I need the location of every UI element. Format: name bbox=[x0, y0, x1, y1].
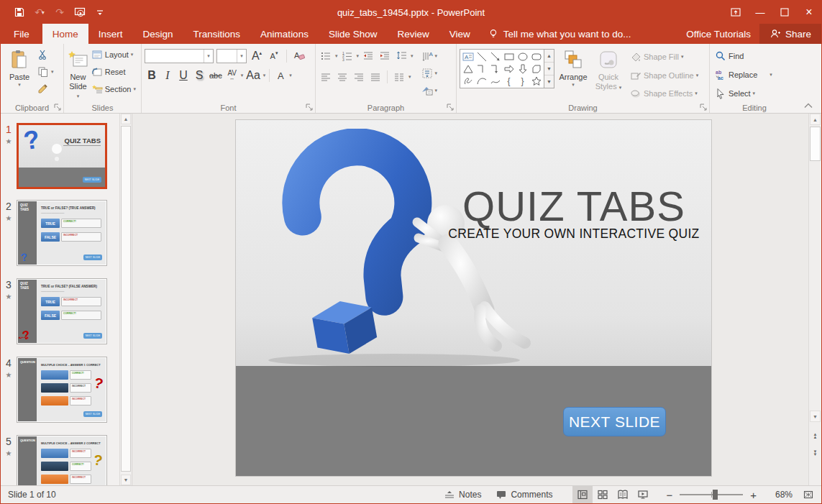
shape-rounded-rectangle[interactable] bbox=[529, 50, 543, 63]
increase-indent-button[interactable] bbox=[378, 48, 392, 64]
maximize-button[interactable] bbox=[772, 1, 797, 24]
start-from-beginning-button[interactable] bbox=[71, 4, 88, 21]
shape-gallery-scrollbar[interactable]: ▲ ▼ ▼ bbox=[544, 49, 554, 88]
shape-fill-button[interactable]: Shape Fill▾ bbox=[628, 49, 700, 65]
slide-editing-surface[interactable]: QUIZ TABS CREATE YOUR OWN INTERACTIVE QU… bbox=[236, 120, 711, 476]
zoom-level[interactable]: 68% bbox=[765, 490, 793, 500]
thumbnail-slide-3[interactable]: QUIZ TABS TRUE or FALSE? (FALSE ANSWER) … bbox=[17, 278, 107, 344]
arrange-button[interactable]: Arrange ▾ bbox=[554, 47, 592, 101]
cut-button[interactable] bbox=[35, 47, 56, 63]
shape-snip-corner[interactable] bbox=[529, 63, 543, 75]
bullets-button[interactable] bbox=[319, 48, 333, 64]
character-spacing-button[interactable]: AV ↔ bbox=[225, 68, 239, 83]
slide-sorter-view-button[interactable] bbox=[593, 486, 613, 503]
shape-effects-button[interactable]: Shape Effects▾ bbox=[628, 86, 700, 101]
font-size-combobox[interactable]: ▾ bbox=[216, 49, 247, 63]
shape-triangle[interactable] bbox=[461, 63, 475, 75]
tab-animations[interactable]: Animations bbox=[250, 24, 319, 44]
shape-gallery[interactable]: A { } bbox=[460, 49, 544, 88]
shape-gallery-down-icon[interactable]: ▼ bbox=[544, 63, 554, 75]
notes-button[interactable]: Notes bbox=[437, 486, 488, 503]
convert-smartart-button[interactable]: ▾ bbox=[419, 83, 440, 98]
text-direction-button[interactable]: A▾ bbox=[419, 48, 440, 64]
clear-formatting-button[interactable]: A bbox=[292, 48, 306, 64]
office-tutorials-button[interactable]: Office Tutorials bbox=[677, 24, 759, 44]
align-left-button[interactable] bbox=[319, 69, 333, 85]
shape-right-brace[interactable]: } bbox=[516, 75, 529, 87]
decrease-indent-button[interactable] bbox=[361, 48, 375, 64]
undo-button[interactable]: ↶▾ bbox=[31, 4, 48, 21]
format-painter-button[interactable] bbox=[35, 81, 56, 97]
line-spacing-button[interactable] bbox=[394, 48, 408, 64]
thumbnail-scrollbar[interactable]: ▲ ▼ bbox=[119, 114, 132, 485]
thumbnail-item-4[interactable]: 4★ QUESTION MULTIPLE CHOICE – ANSWER 1 C… bbox=[1, 357, 120, 423]
thumbnail-scroll-up-icon[interactable]: ▲ bbox=[121, 114, 131, 124]
paste-button[interactable]: Paste ▾ bbox=[4, 47, 35, 101]
slideshow-view-button[interactable] bbox=[633, 486, 653, 503]
zoom-in-button[interactable]: + bbox=[747, 489, 759, 501]
copy-button[interactable]: ▾ bbox=[35, 64, 56, 80]
save-button[interactable] bbox=[11, 4, 28, 21]
minimize-button[interactable]: — bbox=[748, 1, 772, 24]
numbering-button[interactable]: 123 bbox=[340, 48, 355, 64]
drawing-dialog-launcher[interactable] bbox=[699, 103, 708, 111]
comments-button[interactable]: Comments bbox=[488, 486, 560, 503]
customize-qat-button[interactable] bbox=[91, 4, 109, 21]
shape-right-arrow[interactable] bbox=[502, 63, 516, 75]
tab-view[interactable]: View bbox=[439, 24, 480, 44]
collapse-ribbon-button[interactable] bbox=[800, 101, 817, 111]
canvas-scroll-down-icon[interactable]: ▼ bbox=[810, 411, 821, 422]
tab-review[interactable]: Review bbox=[387, 24, 439, 44]
shape-textbox[interactable]: A bbox=[461, 50, 475, 63]
align-text-button[interactable]: ▾ bbox=[419, 65, 440, 81]
tab-home[interactable]: Home bbox=[42, 24, 88, 44]
italic-button[interactable]: I bbox=[160, 68, 175, 83]
question-mark-graphic[interactable] bbox=[257, 129, 552, 370]
zoom-out-button[interactable]: − bbox=[663, 489, 675, 501]
shape-elbow-connector[interactable] bbox=[475, 63, 488, 75]
tab-file[interactable]: File bbox=[1, 24, 42, 44]
shape-gallery-more-icon[interactable]: ▼ bbox=[544, 75, 554, 88]
ribbon-display-options-button[interactable] bbox=[723, 1, 748, 24]
fit-slide-button[interactable] bbox=[800, 489, 817, 500]
find-button[interactable]: Find bbox=[713, 48, 775, 64]
slide-canvas[interactable]: QUIZ TABS CREATE YOUR OWN INTERACTIVE QU… bbox=[132, 114, 808, 485]
shape-star[interactable] bbox=[529, 75, 543, 87]
decrease-font-size-button[interactable]: A▾ bbox=[267, 48, 281, 64]
close-button[interactable]: × bbox=[797, 1, 821, 24]
thumbnail-item-3[interactable]: 3★ QUIZ TABS TRUE or FALSE? (FALSE ANSWE… bbox=[1, 278, 120, 344]
previous-slide-button[interactable]: ▲▲ bbox=[810, 431, 821, 442]
thumbnail-item-1[interactable]: 1★ ? QUIZ TABS NEXT SLIDE bbox=[1, 123, 120, 189]
slide-subtitle[interactable]: CREATE YOUR OWN INTERACTIVE QUIZ bbox=[408, 226, 739, 242]
canvas-scrollbar[interactable]: ▲ ▼ ▲▲ ▼▼ bbox=[808, 114, 821, 485]
zoom-slider-thumb[interactable] bbox=[713, 490, 718, 500]
thumbnail-slide-5[interactable]: QUESTION MULTIPLE CHOICE – ANSWER 2 CORR… bbox=[17, 435, 107, 485]
canvas-scroll-up-icon[interactable]: ▲ bbox=[810, 114, 821, 125]
align-right-button[interactable] bbox=[352, 69, 366, 85]
shape-rectangle[interactable] bbox=[502, 50, 516, 63]
shape-down-arrow[interactable] bbox=[516, 63, 529, 75]
next-slide-button[interactable]: NEXT SLIDE bbox=[563, 407, 666, 436]
tab-insert[interactable]: Insert bbox=[88, 24, 133, 44]
select-button[interactable]: Select▾ bbox=[713, 86, 775, 101]
align-center-button[interactable] bbox=[335, 69, 350, 85]
thumbnail-scrollbar-thumb[interactable] bbox=[121, 126, 131, 472]
replace-button[interactable]: abac Replace▾ bbox=[713, 67, 775, 83]
reading-view-button[interactable] bbox=[613, 486, 633, 503]
shape-arc[interactable] bbox=[475, 75, 488, 87]
thumbnail-slide-4[interactable]: QUESTION MULTIPLE CHOICE – ANSWER 1 CORR… bbox=[17, 357, 107, 423]
shape-left-brace[interactable]: { bbox=[502, 75, 516, 87]
shape-elbow-arrow-connector[interactable] bbox=[488, 63, 502, 75]
share-button[interactable]: Share bbox=[759, 24, 821, 44]
thumbnail-slide-1[interactable]: ? QUIZ TABS NEXT SLIDE bbox=[17, 123, 107, 189]
normal-view-button[interactable] bbox=[572, 486, 593, 503]
change-case-button[interactable]: Aa bbox=[245, 68, 262, 83]
shape-scribble[interactable] bbox=[461, 75, 475, 87]
tab-transitions[interactable]: Transitions bbox=[183, 24, 251, 44]
thumbnail-item-2[interactable]: 2★ QUIZ TABS ? TRUE or FALSE? (TRUE ANSW… bbox=[1, 200, 120, 266]
redo-button[interactable]: ↷ bbox=[51, 4, 68, 21]
quick-styles-button[interactable]: QuickStyles ▾ bbox=[592, 47, 625, 101]
columns-button[interactable] bbox=[392, 69, 406, 85]
paragraph-dialog-launcher[interactable] bbox=[446, 103, 455, 111]
shape-arrow[interactable] bbox=[488, 50, 502, 63]
